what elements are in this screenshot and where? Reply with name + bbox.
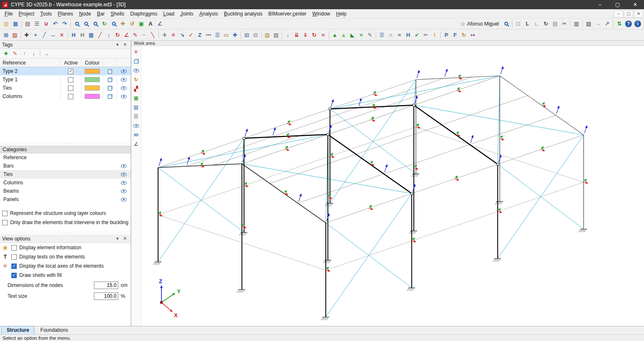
linear-load-icon[interactable]: ⇊	[292, 31, 301, 39]
minimize-button[interactable]: –	[591, 0, 609, 9]
buckling-coefficients-icon[interactable]: ≡	[357, 31, 366, 39]
tag-visibility-icon[interactable]	[121, 78, 127, 82]
buckling-only-checkbox[interactable]	[2, 220, 8, 225]
bar-groups-icon[interactable]: ☰	[377, 31, 386, 39]
category-row-panels[interactable]: Panels	[0, 195, 131, 204]
tag-isolate-icon[interactable]	[108, 95, 112, 99]
collapse-tags-button[interactable]: ▾	[114, 41, 121, 48]
tag-row[interactable]: Type 2✓	[0, 67, 131, 75]
tag-colour-swatch[interactable]	[85, 77, 100, 82]
tag-visibility-icon[interactable]	[121, 95, 127, 98]
reference-planes-icon[interactable]: ▣	[137, 20, 146, 28]
structure-3d-view[interactable]: ZYX	[141, 46, 643, 325]
point-load-icon[interactable]: ↓	[283, 31, 292, 39]
create-panel-icon[interactable]: ▭	[222, 31, 231, 39]
tag-active-checkbox[interactable]: ✓	[68, 69, 73, 74]
bar-direction-icon[interactable]: ↘	[178, 31, 187, 39]
dimension-icon[interactable]: ↔	[49, 31, 57, 39]
display-local-axes-option[interactable]: ✛✓Display the local axes of the elements	[0, 261, 131, 271]
menu-shells[interactable]: Shells	[108, 10, 127, 18]
search-icon[interactable]	[501, 20, 511, 28]
angle-view-icon[interactable]: ∟	[532, 20, 541, 28]
column-header-colour[interactable]: Colour	[81, 59, 103, 67]
describe-profile-icon[interactable]: H	[69, 31, 78, 39]
category-visibility-icon[interactable]	[121, 189, 127, 193]
text-size-input[interactable]	[94, 292, 118, 300]
redraw-icon[interactable]: ↻	[100, 20, 109, 28]
orbit-icon[interactable]: ↺	[127, 20, 137, 28]
display-element-information-option[interactable]: ▣Display element information	[0, 243, 131, 252]
undo-icon[interactable]: ↶	[51, 20, 60, 28]
menu-diaphragms[interactable]: Diaphragms	[127, 10, 161, 18]
mdi-close-button[interactable]: ✕	[634, 10, 643, 18]
print-report-icon[interactable]: ☰	[32, 20, 42, 28]
menu-file[interactable]: File	[2, 10, 16, 18]
local-z-icon[interactable]: Z	[195, 31, 204, 39]
adjust-bar-icon[interactable]: ↕	[104, 31, 113, 39]
sketch-icon[interactable]: ✎	[131, 31, 140, 39]
surface-load-icon[interactable]: ⇓	[301, 31, 310, 39]
check-bars-icon[interactable]: ✓	[187, 31, 195, 39]
orbit-view-icon[interactable]: ↻	[132, 75, 140, 84]
tag-row[interactable]: Columns	[0, 92, 131, 101]
tab-structure[interactable]: Structure	[1, 326, 34, 334]
open-job-icon[interactable]: ▥	[2, 20, 11, 28]
menu-buckling-analysis[interactable]: Buckling analysis	[221, 10, 265, 18]
tag-colour-swatch[interactable]	[85, 94, 100, 99]
coordinate-system-icon[interactable]: ✛	[132, 48, 140, 56]
buckling-only-option[interactable]: Only draw the elements that intervene in…	[2, 218, 129, 227]
zoom-window-icon[interactable]	[72, 20, 81, 28]
info-icon[interactable]: i	[634, 21, 641, 27]
rotate-assembly-icon[interactable]: ↻	[460, 31, 468, 39]
thermal-load-icon[interactable]: ≈	[319, 31, 327, 39]
group-bars-icon[interactable]: ☰	[213, 31, 222, 39]
shells-view-icon[interactable]: ▦	[132, 94, 140, 102]
column-header-reference[interactable]: Reference	[0, 59, 61, 67]
category-row-bars[interactable]: Bars	[0, 162, 131, 170]
display-texts-checkbox[interactable]	[11, 254, 17, 260]
tag-visibility-icon[interactable]	[121, 86, 127, 90]
job-data-icon[interactable]: ▤	[23, 20, 32, 28]
intermediate-point-icon[interactable]: ✛	[160, 31, 169, 39]
describe-material-icon[interactable]: H	[78, 31, 87, 39]
warnings-icon[interactable]: !	[430, 31, 439, 39]
vibration-analysis-icon[interactable]: ≈	[395, 31, 404, 39]
dxf-dwg-template-icon[interactable]: ▧	[10, 31, 19, 39]
new-buckling-group-icon[interactable]: ▲	[330, 31, 339, 39]
delete-buckling-icon[interactable]: ✎	[366, 31, 374, 39]
moment-load-icon[interactable]: ↻	[310, 31, 319, 39]
node-size-input[interactable]	[94, 282, 118, 289]
close-tags-button[interactable]: ✕	[121, 41, 129, 48]
panel-splitter-2[interactable]	[0, 230, 131, 235]
cut-icon[interactable]: ✂	[421, 31, 430, 39]
dotted-bar-icon[interactable]: ┄	[140, 31, 148, 39]
measure-icon[interactable]: ∠	[155, 20, 164, 28]
category-visibility-icon[interactable]	[121, 164, 127, 168]
display-texts-option[interactable]: TDisplay texts on the elements	[0, 252, 131, 261]
tag-active-checkbox[interactable]	[68, 77, 73, 83]
flags-icon[interactable]: F	[451, 31, 460, 39]
assign-buckling-icon[interactable]: ◣	[348, 31, 357, 39]
cut-tool-icon[interactable]: ✂	[560, 20, 569, 28]
rotate-section-icon[interactable]: ↻	[113, 31, 122, 39]
menu-analysis[interactable]: Analysis	[196, 10, 221, 18]
edit-bar-icon[interactable]: ╱	[96, 31, 104, 39]
tag-active-checkbox[interactable]	[68, 94, 73, 99]
zoom-in-icon[interactable]	[91, 20, 100, 28]
category-visibility-icon[interactable]	[121, 181, 127, 185]
layer-colours-option[interactable]: Represent the structure using layer colo…	[2, 209, 129, 218]
view-cube-icon[interactable]	[132, 57, 140, 65]
category-row-reference[interactable]: Reference	[0, 153, 131, 162]
draw-shells-fill-option[interactable]: ✓Draw shells with fill	[0, 271, 131, 280]
move-node-icon[interactable]: ✚	[22, 31, 31, 39]
collapse-view-options-button[interactable]: ▾	[114, 235, 121, 242]
draw-shells-fill-checkbox[interactable]: ✓	[11, 273, 17, 278]
divide-bar-icon[interactable]: ⋯	[204, 31, 213, 39]
assign-elements-icon[interactable]: →	[42, 50, 51, 57]
tag-colour-swatch[interactable]	[85, 69, 100, 74]
pan-icon[interactable]: ✚	[118, 20, 127, 28]
edit-tag-icon[interactable]: ✎	[11, 50, 19, 57]
tag-visibility-icon[interactable]	[121, 70, 127, 73]
user-button[interactable]: ☺ Afonso Miguel	[457, 21, 501, 27]
previous-view-icon[interactable]	[109, 20, 118, 28]
